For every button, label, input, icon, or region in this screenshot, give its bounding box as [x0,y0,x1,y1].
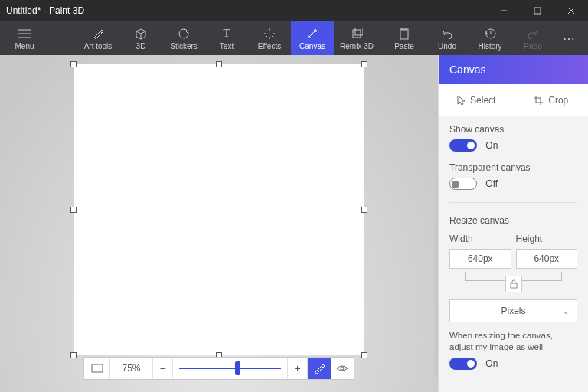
history-button[interactable]: History [469,21,511,55]
height-label: Height [516,234,578,244]
minimize-button[interactable] [487,0,521,21]
sticker-icon [178,27,190,41]
zoom-in-button[interactable]: + [288,358,308,379]
more-button[interactable]: ⋯ [554,21,585,55]
transparent-label: Transparent canvas [449,162,577,173]
resize-handle-l[interactable] [70,207,77,213]
resize-label: Resize canvas [449,215,577,226]
crop-label: Crop [548,95,568,106]
resize-handle-bl[interactable] [70,352,77,358]
crop-tool[interactable]: Crop [514,84,589,116]
dimension-row: Width Height [439,234,588,272]
resize-image-toggle[interactable] [449,358,477,370]
show-canvas-label: Show canvas [449,124,577,135]
canvas-area[interactable] [74,64,364,355]
svg-point-24 [341,367,344,370]
titlebar: Untitled* - Paint 3D [0,0,588,21]
chevron-down-icon: ⌄ [563,307,569,315]
units-value: Pixels [501,305,525,316]
svg-rect-25 [511,283,517,288]
panel-title: Canvas [439,55,588,84]
svg-line-13 [266,30,267,31]
lock-aspect-row [439,272,588,293]
canvas-icon [306,27,318,41]
stickers-label: Stickers [170,42,198,51]
undo-button[interactable]: Undo [426,21,469,55]
transparent-toggle[interactable] [449,178,477,190]
canvas-selection[interactable] [74,64,364,355]
workspace: 75% − + [0,55,438,392]
text-button[interactable]: T Text [205,21,248,55]
art-tools-label: Art tools [84,42,113,51]
svg-line-16 [266,36,267,38]
undo-icon [441,27,453,41]
brush-icon [92,27,104,41]
resize-handle-t[interactable] [216,61,222,67]
resize-image-state: On [485,358,498,369]
resize-hint: When resizing the canvas, adjust my imag… [439,322,588,358]
transparent-section: Transparent canvas Off [439,159,588,198]
lock-aspect-button[interactable] [505,276,522,292]
divider [449,202,577,203]
history-label: History [478,42,501,51]
zoom-out-button[interactable]: − [153,358,173,379]
redo-label: Redo [524,42,542,51]
resize-handle-br[interactable] [361,352,368,358]
remix-3d-label: Remix 3D [340,42,374,51]
three-d-button[interactable]: 3D [119,21,162,55]
lock-icon [510,279,518,289]
svg-point-7 [179,29,188,38]
stickers-button[interactable]: Stickers [162,21,205,55]
three-d-label: 3D [136,42,146,51]
undo-label: Undo [438,42,456,51]
resize-handle-r[interactable] [361,207,368,213]
zoom-slider-thumb[interactable] [235,361,240,375]
zoom-value[interactable]: 75% [110,358,153,379]
height-input[interactable] [516,249,578,269]
edit-mode-button[interactable] [308,358,331,379]
canvas-button[interactable]: Canvas [291,21,334,55]
side-panel: Canvas Select Crop Show canvas On Transp… [438,55,588,392]
remix-icon [351,27,363,41]
transparent-state: Off [485,178,498,189]
svg-rect-18 [353,30,361,38]
show-canvas-toggle[interactable] [449,139,477,152]
svg-rect-19 [355,28,363,35]
history-icon [484,27,496,41]
menu-button[interactable]: Menu [3,21,46,55]
window-title: Untitled* - Paint 3D [6,5,84,16]
zoom-slider[interactable] [173,358,288,379]
redo-button[interactable]: Redo [511,21,554,55]
maximize-button[interactable] [521,0,554,21]
fit-screen-button[interactable] [84,358,110,379]
paste-label: Paste [394,42,414,51]
units-select[interactable]: Pixels ⌄ [449,299,577,322]
canvas-label: Canvas [299,42,325,51]
art-tools-button[interactable]: Art tools [77,21,119,55]
resize-section: Resize canvas [439,207,588,234]
view-mode-button[interactable] [331,358,354,379]
resize-handle-tr[interactable] [361,61,368,67]
crop-icon [533,95,544,106]
close-button[interactable] [554,0,588,21]
menu-label: Menu [15,42,34,51]
panel-tools: Select Crop [439,84,588,116]
redo-icon [527,27,539,41]
select-label: Select [470,95,495,106]
cube-icon [135,27,147,41]
select-tool[interactable]: Select [439,84,514,116]
svg-line-17 [309,30,316,38]
effects-label: Effects [258,42,281,51]
show-canvas-state: On [485,140,498,151]
cursor-icon [456,95,466,106]
paste-button[interactable]: Paste [383,21,426,55]
show-canvas-section: Show canvas On [439,116,588,159]
remix-3d-button[interactable]: Remix 3D [334,21,380,55]
width-input[interactable] [449,249,511,269]
effects-button[interactable]: Effects [248,21,291,55]
hamburger-icon [18,27,31,41]
svg-line-15 [272,30,273,31]
resize-handle-tl[interactable] [70,61,77,67]
width-label: Width [449,234,511,244]
text-label: Text [220,42,234,51]
